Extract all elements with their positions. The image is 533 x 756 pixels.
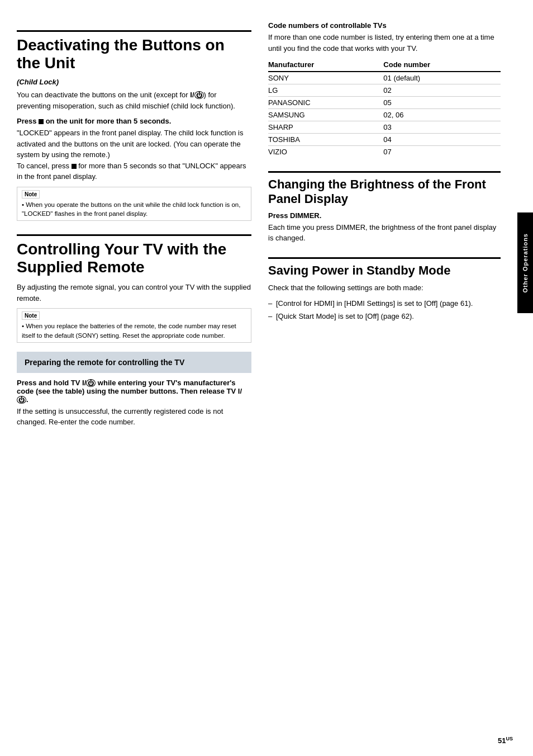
section-deactivating: Deactivating the Buttons on the Unit (Ch… bbox=[17, 30, 251, 221]
main-content: Deactivating the Buttons on the Unit (Ch… bbox=[0, 0, 517, 756]
list-item: [Quick Start Mode] is set to [Off] (page… bbox=[268, 311, 501, 322]
controlling-tv-note-label: Note bbox=[22, 311, 40, 320]
table-row: PANASONIC05 bbox=[268, 97, 501, 109]
table-cell-code: 02 bbox=[383, 84, 501, 97]
code-numbers-title: Code numbers of controllable TVs bbox=[268, 21, 501, 30]
controlling-tv-title: Controlling Your TV with the Supplied Re… bbox=[17, 234, 251, 276]
deactivating-step-heading: Press on the unit for more than 5 second… bbox=[17, 117, 251, 125]
table-cell-code: 05 bbox=[383, 97, 501, 109]
table-cell-code: 02, 06 bbox=[383, 109, 501, 121]
table-col-code: Code number bbox=[383, 58, 501, 72]
table-row: TOSHIBA04 bbox=[268, 134, 501, 146]
tv-code-table: Manufacturer Code number SONY01 (default… bbox=[268, 58, 501, 158]
side-tab-label: Other Operations bbox=[522, 233, 529, 292]
table-cell-code: 01 (default) bbox=[383, 72, 501, 84]
table-row: SONY01 (default) bbox=[268, 72, 501, 84]
preparing-remote-step-body: If the setting is unsuccessful, the curr… bbox=[17, 406, 251, 428]
deactivating-note: Note • When you operate the buttons on t… bbox=[17, 187, 251, 221]
table-cell-manufacturer: PANASONIC bbox=[268, 97, 383, 109]
controlling-tv-note-text: • When you replace the batteries of the … bbox=[22, 322, 246, 339]
saving-power-bullets: [Control for HDMI] in [HDMI Settings] is… bbox=[268, 298, 501, 322]
saving-power-title: Saving Power in Standby Mode bbox=[268, 257, 501, 278]
table-row: SAMSUNG02, 06 bbox=[268, 109, 501, 121]
table-cell-code: 07 bbox=[383, 146, 501, 158]
deactivating-note-text: • When you operate the buttons on the un… bbox=[22, 200, 246, 218]
list-item: [Control for HDMI] in [HDMI Settings] is… bbox=[268, 298, 501, 309]
table-cell-manufacturer: SONY bbox=[268, 72, 383, 84]
table-cell-code: 04 bbox=[383, 134, 501, 146]
table-row: VIZIO07 bbox=[268, 146, 501, 158]
table-cell-manufacturer: SAMSUNG bbox=[268, 109, 383, 121]
table-row: LG02 bbox=[268, 84, 501, 97]
table-cell-manufacturer: LG bbox=[268, 84, 383, 97]
code-numbers-intro: If more than one code number is listed, … bbox=[268, 32, 501, 54]
page-number: 51US bbox=[498, 736, 513, 745]
preparing-remote-subsection: Preparing the remote for controlling the… bbox=[17, 352, 251, 373]
preparing-remote-step-heading: Press and hold TV I/⏻ while entering you… bbox=[17, 379, 251, 404]
section-controlling-tv: Controlling Your TV with the Supplied Re… bbox=[17, 234, 251, 428]
section-brightness: Changing the Brightness of the Front Pan… bbox=[268, 171, 501, 244]
preparing-remote-title: Preparing the remote for controlling the… bbox=[25, 357, 244, 367]
brightness-step-heading: Press DIMMER. bbox=[268, 211, 501, 220]
tv-table-body: SONY01 (default)LG02PANASONIC05SAMSUNG02… bbox=[268, 72, 501, 158]
deactivating-subtitle: (Child Lock) bbox=[17, 78, 251, 86]
deactivating-intro: You can deactivate the buttons on the un… bbox=[17, 89, 251, 111]
table-cell-manufacturer: SHARP bbox=[268, 121, 383, 134]
saving-power-intro: Check that the following settings are bo… bbox=[268, 282, 501, 294]
side-tab: Other Operations bbox=[517, 212, 533, 313]
table-cell-manufacturer: VIZIO bbox=[268, 146, 383, 158]
controlling-tv-intro: By adjusting the remote signal, you can … bbox=[17, 282, 251, 304]
page: Other Operations Deactivating the Button… bbox=[0, 0, 533, 756]
table-cell-manufacturer: TOSHIBA bbox=[268, 134, 383, 146]
controlling-tv-note: Note • When you replace the batteries of… bbox=[17, 308, 251, 342]
right-column: Code numbers of controllable TVs If more… bbox=[268, 17, 501, 739]
table-row: SHARP03 bbox=[268, 121, 501, 134]
brightness-step-body: Each time you press DIMMER, the brightne… bbox=[268, 222, 501, 244]
section-code-numbers: Code numbers of controllable TVs If more… bbox=[268, 21, 501, 158]
section-saving-power: Saving Power in Standby Mode Check that … bbox=[268, 257, 501, 322]
deactivating-note-label: Note bbox=[22, 190, 40, 199]
deactivating-title: Deactivating the Buttons on the Unit bbox=[17, 30, 251, 72]
tv-table-header: Manufacturer Code number bbox=[268, 58, 501, 72]
table-cell-code: 03 bbox=[383, 121, 501, 134]
left-column: Deactivating the Buttons on the Unit (Ch… bbox=[17, 17, 251, 739]
deactivating-step-body: "LOCKED" appears in the front panel disp… bbox=[17, 127, 251, 182]
table-col-manufacturer: Manufacturer bbox=[268, 58, 383, 72]
brightness-title: Changing the Brightness of the Front Pan… bbox=[268, 171, 501, 207]
